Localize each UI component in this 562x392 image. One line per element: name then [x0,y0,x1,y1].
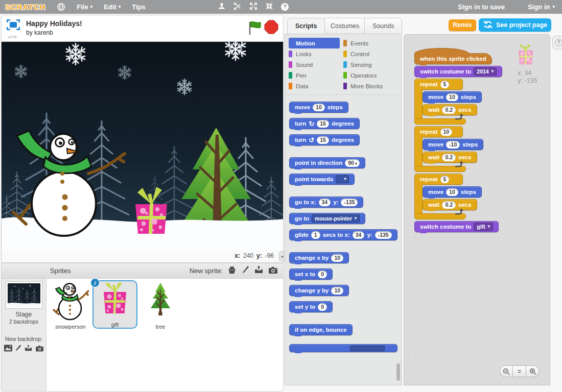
palette-block-move[interactable]: move10steps [289,102,348,113]
top-menubar: SCRATCH File▾ Edit▾ Tips [0,0,562,14]
category-pen[interactable]: Pen [289,70,343,81]
script-block-wait[interactable]: wait0.2secs [423,152,477,163]
palette-block-clipped[interactable] [289,344,397,352]
duplicate-stamp-icon[interactable] [218,2,226,12]
scratch-editor: SCRATCH File▾ Edit▾ Tips [0,0,562,392]
palette-block-point-in-direction[interactable]: point in direction90▾ [289,157,365,168]
menu-tips[interactable]: Tips [132,3,146,11]
backdrop-library-icon[interactable] [4,345,12,354]
zoom-reset-button[interactable]: = [513,365,526,377]
tips-window-tab[interactable]: ? [552,36,562,50]
sign-in-menu[interactable]: Sign in▾ [528,3,555,11]
menu-file[interactable]: File▾ [77,3,92,11]
menu-caret-icon: ▾ [90,5,93,9]
palette-block-point-towards[interactable]: point towards▾ [289,174,355,185]
menu-caret-icon: ▾ [119,5,121,9]
category-sensing[interactable]: Sensing [343,59,398,70]
sprite-tile-tree[interactable]: tree [140,282,180,330]
sprite-info-icon[interactable]: i [90,278,100,287]
scratch-logo[interactable]: SCRATCH [5,3,45,11]
sprites-title: Sprites [50,267,71,275]
palette-block-set-x[interactable]: set x to0 [289,268,333,280]
dropdown-caret-icon: ▾ [488,225,490,229]
scripts-workspace[interactable]: when this sprite clicked switch costume … [404,34,550,385]
stop-button[interactable] [264,19,279,37]
script-block-switch-costume-2014[interactable]: switch costume to2014▾ [414,66,502,77]
sprite-tile-snowperson[interactable]: snowperson [51,282,90,330]
paint-backdrop-icon[interactable] [15,345,21,354]
upload-sprite-icon[interactable] [254,265,264,276]
sign-in-to-save-link[interactable]: Sign in to save [458,3,505,11]
tab-sounds[interactable]: Sounds [364,18,402,34]
category-motion[interactable]: Motion [289,38,340,48]
palette-scrollbar-thumb[interactable] [396,363,400,381]
loop-arrow-icon [454,113,463,122]
version-label: v378 [8,35,16,39]
zoom-in-button[interactable] [526,365,540,377]
script-block-move-10[interactable]: move10steps [423,91,482,103]
paint-new-sprite-icon[interactable] [241,265,249,276]
stage-canvas[interactable] [1,42,284,250]
sprite-tile-gift-selected[interactable]: i gift [92,280,137,329]
upload-backdrop-icon[interactable] [24,345,33,354]
category-control[interactable]: Control [343,48,398,59]
green-flag-button[interactable] [247,20,262,38]
palette-block-turn-ccw[interactable]: turn↺15degrees [289,134,360,145]
sprite-name: gift [93,322,136,328]
script-block-wait[interactable]: wait0.2secs [423,199,477,210]
new-sprite-library-icon[interactable] [227,265,237,276]
category-operators[interactable]: Operators [343,70,398,81]
shrink-sprite-icon[interactable] [265,2,273,12]
script-block-wait[interactable]: wait0.2secs [423,104,477,115]
sprite-name: tree [140,324,180,330]
palette-block-set-y[interactable]: set y to0 [289,301,333,312]
remix-button[interactable]: Remix [449,19,476,31]
script-block-move-neg10[interactable]: move-10steps [423,139,483,150]
mouse-position-bar: x:240 y:-96 ◀ [1,250,284,263]
category-sound[interactable]: Sound [289,59,343,70]
category-more-blocks[interactable]: More Blocks [343,81,398,91]
script-block-when-sprite-clicked[interactable]: when this sprite clicked [414,53,492,64]
loop-arrow-icon [454,160,463,169]
palette-block-glide[interactable]: glide1secs to x:34y:-135 [289,229,397,240]
zoom-out-button[interactable] [500,365,513,377]
sprite-name: snowperson [51,324,90,330]
script-block-move-10[interactable]: move10steps [423,186,482,198]
palette-block-turn-cw[interactable]: turn↻15degrees [289,118,360,129]
palette-block-go-to-xy[interactable]: go to x:34y:-135 [289,197,363,208]
tab-scripts[interactable]: Scripts [287,18,325,34]
palette-block-change-x[interactable]: change x by10 [289,252,349,263]
dropdown-caret-icon: ▾ [355,216,357,220]
menu-edit[interactable]: Edit▾ [104,3,121,11]
script-block-repeat-5-b[interactable]: repeat5 move10steps wait0.2secs [414,174,482,219]
stage-name[interactable]: Stage [2,311,46,318]
language-globe-icon[interactable] [57,3,65,11]
palette-block-change-y[interactable]: change y by10 [289,285,349,296]
stage-thumbnail[interactable] [6,282,42,308]
script-block-switch-costume-gift[interactable]: switch costume togift▾ [414,221,499,232]
mouse-position: x:240 y:-96 [235,252,274,259]
script-stack[interactable]: when this sprite clicked switch costume … [414,46,502,234]
collapse-stage-arrow[interactable]: ◀ [279,251,285,261]
help-icon: ? [555,39,562,46]
delete-scissors-icon[interactable] [233,2,242,12]
palette-block-go-to-mouse[interactable]: go tomouse-pointer▾ [289,213,365,224]
category-looks[interactable]: Looks [289,48,343,59]
script-block-repeat-5-a[interactable]: repeat5 move10steps wait0.2secs [414,79,482,125]
sprites-header: Sprites New sprite: [2,263,283,279]
grow-sprite-icon[interactable] [249,2,257,12]
script-block-repeat-10[interactable]: repeat10 move-10steps wait0.2secs [414,126,483,172]
block-help-icon[interactable]: ? [281,3,289,11]
camera-backdrop-icon[interactable] [35,345,44,354]
menu-caret-icon: ▾ [552,5,555,9]
loop-arrow-icon [454,208,463,217]
camera-sprite-icon[interactable] [268,266,278,276]
palette-block-if-on-edge-bounce[interactable]: if on edge, bounce [289,324,353,335]
category-data[interactable]: Data [289,81,343,91]
see-project-page-button[interactable]: See project page [479,18,551,32]
block-palette: Motion Looks Sound Pen Data Events Contr… [285,34,402,385]
project-title: Happy Holidays! [26,19,82,28]
category-events[interactable]: Events [343,38,398,48]
fullscreen-icon[interactable] [7,19,20,32]
tab-costumes[interactable]: Costumes [322,18,367,34]
